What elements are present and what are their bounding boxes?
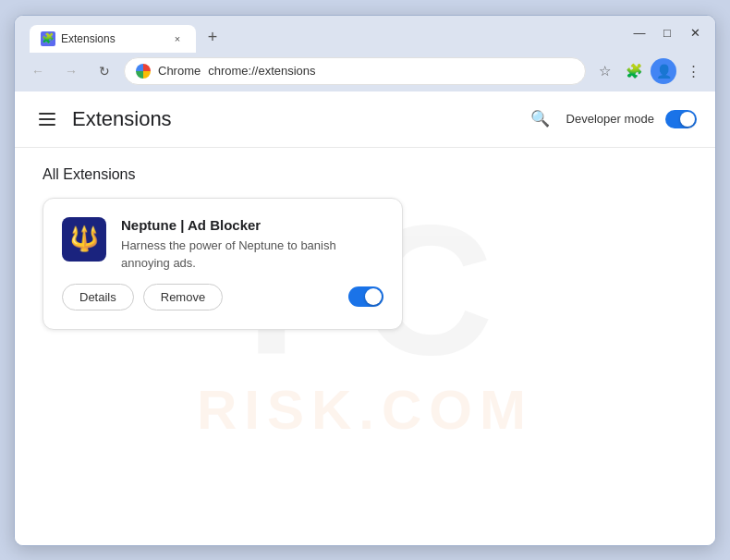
window-controls: — □ ✕ — [627, 20, 708, 46]
maximize-button[interactable]: □ — [654, 20, 680, 46]
forward-button[interactable]: → — [57, 57, 85, 85]
reload-button[interactable]: ↻ — [91, 57, 118, 85]
minimize-button[interactable]: — — [627, 20, 652, 46]
page-title: Extensions — [72, 107, 172, 131]
url-text: chrome://extensions — [208, 64, 574, 78]
section-title: All Extensions — [43, 166, 687, 183]
extension-description: Harness the power of Neptune to banish a… — [121, 237, 383, 273]
tab-favicon: 🧩 — [41, 31, 55, 46]
watermark-risk-text: RISK.COM — [197, 383, 533, 438]
remove-button[interactable]: Remove — [143, 284, 223, 310]
extension-info: Neptune | Ad Blocker Harness the power o… — [121, 217, 383, 273]
developer-mode-label: Developer mode — [566, 112, 654, 126]
new-tab-button[interactable]: + — [200, 25, 225, 51]
extension-card: 🔱 Neptune | Ad Blocker Harness the power… — [43, 198, 403, 330]
details-button[interactable]: Details — [62, 284, 134, 310]
header-right: 🔍 Developer mode — [526, 104, 697, 134]
active-tab[interactable]: 🧩 Extensions × — [30, 25, 196, 53]
extension-icon: 🔱 — [62, 217, 106, 262]
chrome-logo-icon — [136, 64, 151, 79]
hamburger-line-1 — [39, 113, 55, 115]
hamburger-menu-button[interactable] — [33, 105, 61, 133]
card-top: 🔱 Neptune | Ad Blocker Harness the power… — [62, 217, 383, 273]
page-content: PC RISK.COM Extensions 🔍 Developer mode … — [15, 91, 715, 545]
developer-mode-toggle[interactable] — [665, 110, 697, 128]
extension-enabled-toggle[interactable] — [348, 286, 383, 307]
chrome-label: Chrome — [158, 64, 201, 78]
hamburger-line-3 — [39, 124, 55, 126]
profile-icon: 👤 — [656, 64, 672, 79]
omnibar-row: ← → ↻ Chrome chrome://extensions ☆ 🧩 👤 ⋮ — [15, 51, 715, 91]
profile-button[interactable]: 👤 — [651, 58, 676, 84]
address-bar[interactable]: Chrome chrome://extensions — [124, 57, 586, 85]
extension-icon-symbol: 🔱 — [69, 225, 99, 253]
title-bar: 🧩 Extensions × + — □ ✕ — [15, 16, 715, 51]
tabs-row: 🧩 Extensions × + — [30, 16, 623, 51]
browser-window: 🧩 Extensions × + — □ ✕ ← → ↻ Chrome chro… — [14, 15, 716, 546]
extensions-header: Extensions 🔍 Developer mode — [15, 91, 715, 148]
bookmark-button[interactable]: ☆ — [591, 58, 617, 84]
extensions-title-group: Extensions — [33, 105, 172, 133]
menu-button[interactable]: ⋮ — [680, 58, 706, 84]
page-body: All Extensions 🔱 Neptune | Ad Blocker Ha… — [15, 148, 715, 348]
tab-title: Extensions — [61, 32, 164, 45]
search-button[interactable]: 🔍 — [526, 104, 555, 134]
hamburger-line-2 — [39, 118, 55, 120]
back-button[interactable]: ← — [24, 57, 52, 85]
card-actions: Details Remove — [62, 284, 383, 310]
tab-close-button[interactable]: × — [170, 31, 185, 46]
extension-name: Neptune | Ad Blocker — [121, 217, 383, 233]
address-icons: ☆ 🧩 👤 ⋮ — [591, 58, 706, 84]
close-button[interactable]: ✕ — [682, 20, 708, 46]
extensions-puzzle-button[interactable]: 🧩 — [621, 58, 647, 84]
